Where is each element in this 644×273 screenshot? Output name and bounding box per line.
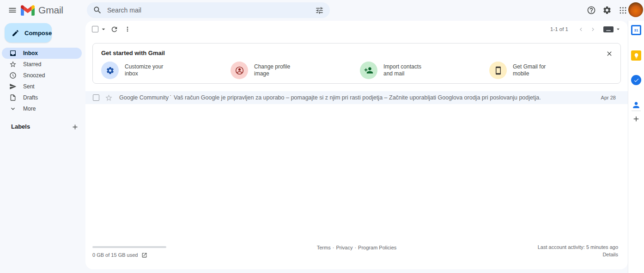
account-avatar[interactable] — [628, 2, 643, 17]
close-icon — [606, 50, 613, 57]
subject-separator: – — [383, 94, 389, 101]
storage-status: 0 GB of 15 GB used — [92, 251, 148, 259]
privacy-link[interactable]: Privacy — [336, 245, 352, 250]
sidebar-item-drafts[interactable]: Drafts — [2, 92, 82, 103]
email-sender: Google Community Te. — [119, 94, 171, 101]
panel-divider — [632, 111, 641, 111]
calendar-icon: 31 — [631, 25, 641, 35]
activity-details-link[interactable]: Details — [602, 252, 618, 257]
gmail-mobile-item[interactable]: Get Gmail for mobile — [489, 60, 619, 81]
compose-button[interactable]: Compose — [5, 23, 52, 43]
terms-link[interactable]: Terms — [317, 245, 331, 250]
sidebar-item-inbox[interactable]: Inbox — [2, 48, 82, 59]
arrow-drop-down-icon — [100, 25, 107, 33]
gear-icon — [101, 62, 119, 79]
dismiss-card-button[interactable] — [604, 48, 615, 59]
arrow-drop-down-icon — [615, 26, 621, 32]
item-label: Import contacts and mail — [383, 63, 432, 78]
sidebar-nav: Inbox Starred Snoozed Sent Drafts — [2, 48, 82, 114]
calendar-button[interactable]: 31 — [631, 25, 641, 35]
chevron-left-icon — [577, 26, 584, 33]
older-page-button[interactable] — [587, 23, 599, 35]
customize-inbox-item[interactable]: Customize your inbox — [101, 60, 231, 81]
clock-icon — [9, 72, 17, 79]
star-toggle[interactable] — [105, 94, 113, 102]
plus-icon — [71, 123, 79, 131]
input-tools-button[interactable] — [603, 26, 621, 32]
item-label: Get Gmail for mobile — [513, 63, 561, 78]
google-apps-button[interactable] — [616, 4, 629, 17]
search-options-button[interactable] — [311, 3, 327, 17]
sidebar-item-label: Sent — [23, 83, 35, 90]
pencil-icon — [12, 29, 19, 37]
import-contacts-item[interactable]: Import contacts and mail — [360, 60, 489, 81]
email-checkbox[interactable] — [93, 94, 99, 101]
chevron-down-icon — [9, 105, 17, 112]
sidebar-item-label: Snoozed — [23, 72, 45, 79]
more-options-button[interactable] — [121, 23, 134, 36]
mail-list-panel: 1-1 of 1 Get started with Gmail — [85, 21, 628, 269]
contacts-button[interactable] — [631, 100, 641, 110]
get-started-card: Get started with Gmail Customize your in… — [92, 43, 621, 84]
search-icon — [93, 6, 102, 15]
email-date: Apr 28 — [601, 95, 616, 100]
sidebar-item-snoozed[interactable]: Snoozed — [2, 70, 82, 81]
chevron-right-icon — [589, 26, 596, 33]
refresh-icon — [110, 25, 118, 33]
activity-label: Last account activity: 5 minutes ago — [538, 243, 618, 251]
pagination-label: 1-1 of 1 — [550, 26, 568, 32]
newer-page-button[interactable] — [575, 23, 587, 35]
plus-icon — [632, 115, 640, 123]
search-input[interactable] — [105, 6, 311, 14]
sidebar-item-label: Starred — [23, 61, 41, 68]
link-separator: · — [331, 245, 336, 250]
select-all-checkbox[interactable] — [92, 26, 98, 32]
refresh-button[interactable] — [108, 23, 121, 36]
change-profile-item[interactable]: Change profile image — [231, 60, 360, 81]
manage-storage-button[interactable] — [140, 251, 148, 259]
support-button[interactable] — [585, 4, 598, 17]
search-bar[interactable] — [87, 2, 330, 18]
get-started-title: Get started with Gmail — [101, 50, 165, 56]
create-label-button[interactable] — [69, 121, 80, 132]
contacts-person-icon — [632, 100, 641, 110]
gear-icon — [602, 6, 612, 15]
sidebar-item-label: Inbox — [23, 50, 38, 56]
gmail-window: Gmail — [0, 0, 644, 273]
draft-file-icon — [9, 94, 17, 101]
star-icon — [9, 61, 17, 68]
compose-label: Compose — [24, 30, 52, 37]
tasks-check-icon — [631, 75, 641, 85]
keep-bulb-icon — [631, 50, 641, 61]
tasks-button[interactable] — [631, 75, 641, 85]
sidebar-item-sent[interactable]: Sent — [2, 81, 82, 92]
star-icon — [105, 94, 113, 102]
snippet-text: Začnite uporabljati Googlova orodja pri … — [389, 94, 541, 101]
profile-icon — [231, 62, 248, 79]
send-icon — [9, 83, 17, 90]
account-activity: Last account activity: 5 minutes ago Det… — [538, 243, 618, 258]
keep-button[interactable] — [631, 50, 641, 61]
select-dropdown-button[interactable] — [100, 25, 107, 33]
app-title: Gmail — [38, 5, 63, 16]
open-in-new-icon — [141, 252, 147, 258]
sidebar-item-label: More — [23, 105, 36, 112]
email-row[interactable]: Google Community Te. Vaš račun Google je… — [85, 91, 628, 104]
get-add-ons-button[interactable] — [631, 113, 642, 124]
sidebar-item-more[interactable]: More — [2, 103, 82, 114]
labels-title: Labels — [11, 123, 30, 130]
keyboard-icon — [603, 26, 614, 32]
storage-label: 0 GB of 15 GB used — [92, 252, 138, 258]
labels-section-header: Labels — [0, 121, 85, 132]
settings-button[interactable] — [601, 4, 614, 17]
get-started-items: Customize your inbox Change profile imag… — [101, 60, 619, 81]
sidebar-item-starred[interactable]: Starred — [2, 59, 82, 70]
tune-icon — [315, 6, 324, 15]
link-separator: · — [352, 245, 358, 250]
main-menu-button[interactable] — [6, 3, 19, 17]
help-icon — [587, 6, 596, 15]
calendar-day-label: 31 — [634, 28, 638, 32]
gmail-m-icon — [21, 5, 35, 16]
program-policies-link[interactable]: Program Policies — [358, 245, 396, 250]
search-button[interactable] — [90, 3, 105, 17]
